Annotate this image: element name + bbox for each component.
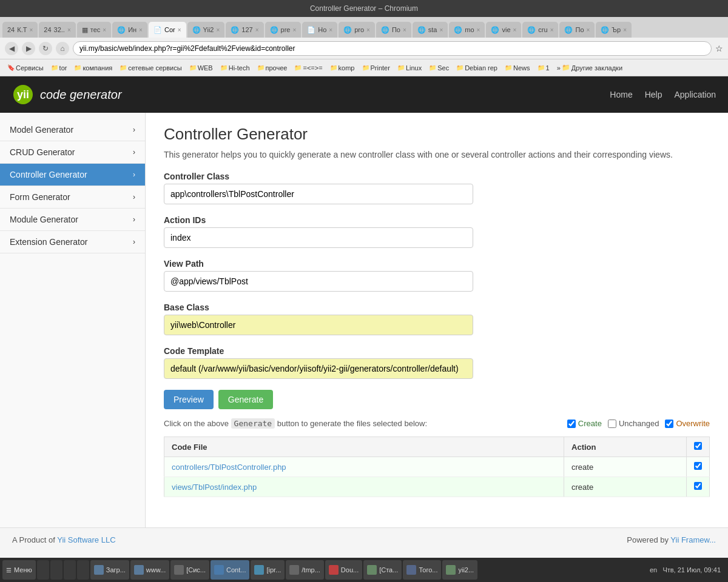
clock-display: Чтв, 21 Июл, 09:41 (662, 566, 721, 574)
tab-12[interactable]: 🌐sta× (413, 22, 448, 38)
nav-home[interactable]: Home (610, 90, 632, 99)
nav-help[interactable]: Help (645, 90, 662, 99)
table-cell-file-1: controllers/TblPostController.php (164, 457, 564, 477)
folder-icon-13: 📁 (505, 64, 512, 71)
tab-3[interactable]: ▦тес× (77, 22, 111, 38)
bookmark-other[interactable]: » 📁 Другие закладки (554, 64, 625, 72)
action-ids-group: Action IDs (164, 215, 710, 248)
base-class-label: Base Class (164, 303, 710, 312)
tab-4[interactable]: 🌐Ин× (112, 22, 147, 38)
tab-8[interactable]: 🌐pre× (265, 22, 302, 38)
tab-14[interactable]: 🌐vie× (486, 22, 521, 38)
app-header: yii code generator Home Help Application (0, 76, 728, 113)
taskbar-item-1[interactable] (37, 560, 49, 580)
bookmark-komp[interactable]: 📁 komp (328, 64, 357, 72)
taskbar-tog-icon (406, 565, 416, 575)
sidebar-item-controller[interactable]: Controller Generator › (0, 164, 145, 186)
controller-class-input[interactable] (164, 184, 473, 204)
taskbar-www-icon (134, 565, 144, 575)
bookmark-hitech[interactable]: 📁 Hi-tech (218, 64, 252, 72)
taskbar-cont[interactable]: Cont... (211, 560, 249, 580)
tab-6[interactable]: 🌐Yii2× (187, 22, 225, 38)
tab-16[interactable]: 🌐По× (559, 22, 595, 38)
taskbar-sis[interactable]: [Сис... (170, 560, 209, 580)
taskbar-sta[interactable]: [Ста... (363, 560, 402, 580)
home-button[interactable]: ⌂ (56, 42, 69, 55)
preview-button[interactable]: Preview (164, 390, 214, 409)
bookmark-special[interactable]: 📁 =<=>= (292, 64, 325, 72)
legend-overwrite-checkbox[interactable] (665, 420, 673, 428)
row-2-checkbox[interactable] (694, 482, 702, 490)
tab-7[interactable]: 🌐127× (226, 22, 263, 38)
table-header-checkbox[interactable] (694, 442, 702, 450)
bookmark-sec[interactable]: 📁 Sec (426, 64, 451, 72)
legend-unchanged-checkbox[interactable] (608, 420, 616, 428)
bookmark-printer[interactable]: 📁 Printer (360, 64, 393, 72)
browser-title: Controller Generator – Chromium (310, 4, 418, 13)
back-button[interactable]: ◀ (5, 42, 18, 55)
legend-create-checkbox[interactable] (567, 420, 576, 428)
tab-11[interactable]: 🌐По× (376, 22, 411, 38)
taskbar-yii[interactable]: yii2... (442, 560, 477, 580)
bookmark-web[interactable]: 📁 WEB (187, 64, 215, 72)
tab-2[interactable]: 2432..× (39, 22, 75, 38)
bookmark-debian[interactable]: 📁 Debian rep (454, 64, 500, 72)
taskbar-www[interactable]: www... (130, 560, 169, 580)
browser-titlebar: Controller Generator – Chromium (0, 0, 728, 17)
chevron-right-icon-3: › (133, 170, 135, 179)
nav-application[interactable]: Application (675, 90, 716, 99)
chevron-right-icon-4: › (133, 193, 135, 201)
taskbar-dou[interactable]: Dou... (325, 560, 362, 580)
taskbar-tog[interactable]: Того... (403, 560, 441, 580)
table-cell-check-2 (687, 477, 710, 497)
tab-13[interactable]: 🌐mo× (449, 22, 485, 38)
file-link-1[interactable]: controllers/TblPostController.php (172, 463, 286, 472)
bookmark-prochee[interactable]: 📁 прочее (255, 64, 290, 72)
reload-button[interactable]: ↻ (39, 42, 52, 55)
footer-framework-link[interactable]: Yii Framew... (670, 535, 716, 544)
tab-15[interactable]: 🌐cru× (522, 22, 558, 38)
footer-yii-link[interactable]: Yii Software LLC (57, 535, 115, 544)
row-1-checkbox[interactable] (694, 462, 702, 470)
bookmark-linux[interactable]: 📁 Linux (395, 64, 424, 72)
taskbar-ipr[interactable]: [ipr... (251, 560, 285, 580)
taskbar-item-3[interactable] (64, 560, 76, 580)
sidebar-item-form[interactable]: Form Generator › (0, 186, 145, 209)
code-template-input[interactable] (164, 358, 473, 379)
taskbar-tmp[interactable]: /tmp... (286, 560, 324, 580)
sidebar-item-module[interactable]: Module Generator › (0, 209, 145, 231)
taskbar-item-2[interactable] (50, 560, 62, 580)
folder-icon-3: 📁 (120, 64, 127, 71)
tab-9[interactable]: 📄Но× (302, 22, 337, 38)
tab-10[interactable]: 🌐pro× (339, 22, 375, 38)
bookmark-1[interactable]: 📁 1 (535, 64, 552, 72)
tab-1[interactable]: 24К.Т× (2, 22, 38, 38)
file-link-2[interactable]: views/TblPost/index.php (172, 483, 257, 492)
tab-5[interactable]: 📄Cor× (149, 22, 186, 38)
sidebar-item-model[interactable]: Model Generator › (0, 119, 145, 141)
tab-17[interactable]: 🌐Ър× (596, 22, 632, 38)
base-class-input[interactable] (164, 315, 473, 335)
generate-button[interactable]: Generate (218, 390, 273, 409)
taskbar-zagr[interactable]: Загр... (90, 560, 129, 580)
forward-button[interactable]: ▶ (22, 42, 35, 55)
folder-icon-14: 📁 (538, 64, 545, 71)
taskbar-menu[interactable]: ☰ Меню (2, 560, 36, 580)
folder-icon: 📁 (51, 64, 58, 71)
bookmark-tor[interactable]: 📁 tor (49, 64, 70, 72)
taskbar-cont-icon (214, 565, 224, 575)
sidebar-item-crud[interactable]: CRUD Generator › (0, 141, 145, 164)
legend: Create Unchanged Overwrite (567, 419, 710, 428)
sidebar-item-extension[interactable]: Extension Generator › (0, 231, 145, 253)
action-ids-input[interactable] (164, 227, 473, 248)
table-row-2: views/TblPost/index.php create (164, 477, 710, 497)
address-input[interactable] (73, 41, 712, 56)
bookmark-network[interactable]: 📁 сетевые сервисы (117, 64, 184, 72)
view-path-input[interactable] (164, 271, 473, 292)
bookmark-news[interactable]: 📁 News (502, 64, 533, 72)
bookmark-company[interactable]: 📁 компания (72, 64, 115, 72)
bookmark-servisy[interactable]: 🔖 Сервисы (5, 64, 46, 72)
chevron-right-icon-6: › (133, 238, 135, 246)
base-class-group: Base Class (164, 303, 710, 335)
taskbar-item-4[interactable] (77, 560, 89, 580)
